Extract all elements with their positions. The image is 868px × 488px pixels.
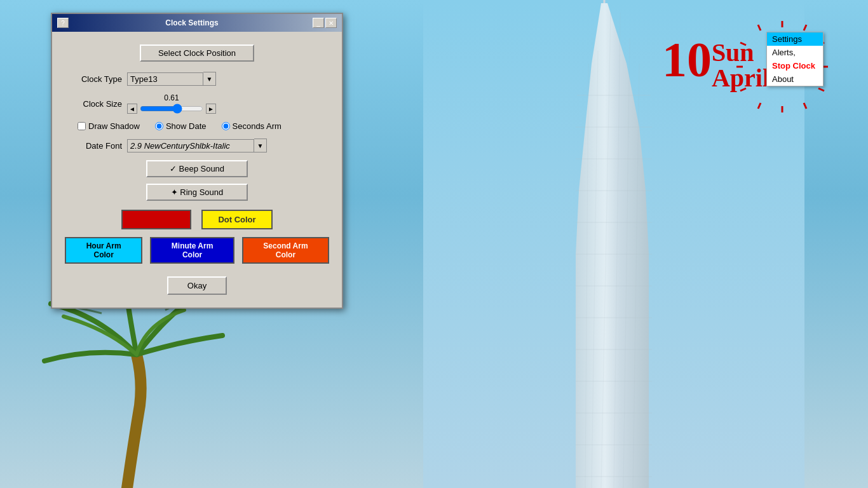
dialog-close-btn[interactable]: ✕ xyxy=(325,18,337,28)
minute-arm-color-button[interactable]: Minute Arm Color xyxy=(150,237,234,264)
dialog-titlebar-buttons: _ ✕ xyxy=(313,18,337,28)
clock-month-name: April xyxy=(712,65,770,91)
dialog-help-btn[interactable]: ? xyxy=(57,18,69,28)
clock-type-dropdown-arrow[interactable]: ▼ xyxy=(203,72,216,86)
seconds-arm-radio[interactable] xyxy=(222,122,230,130)
clock-type-select[interactable]: Type13 xyxy=(127,72,203,86)
dialog-titlebar: ? Clock Settings _ ✕ xyxy=(52,14,342,32)
date-font-row: Date Font 2.9 NewCenturyShlbk-Italic ▼ xyxy=(65,139,329,152)
svg-line-29 xyxy=(804,103,806,109)
menu-item-alerts[interactable]: Alerts, xyxy=(767,46,823,59)
clock-day-number: 10 xyxy=(662,35,712,85)
show-date-radio[interactable] xyxy=(155,122,163,130)
date-font-dropdown-container: 2.9 NewCenturyShlbk-Italic ▼ xyxy=(127,139,267,152)
clock-size-value: 0.61 xyxy=(164,93,179,102)
arm-color-buttons-row: Hour Arm Color Minute Arm Color Second A… xyxy=(65,237,329,264)
menu-item-about[interactable]: About xyxy=(767,72,823,86)
clock-size-row: Clock Size 0.61 ◄ ► xyxy=(65,93,329,114)
context-menu: Settings Alerts, Stop Clock About xyxy=(766,32,824,86)
dialog-body: Select Clock Position Clock Type Type13 … xyxy=(52,32,342,308)
clock-type-label: Clock Type xyxy=(65,74,122,84)
second-arm-color-button[interactable]: Second Arm Color xyxy=(242,237,329,264)
draw-shadow-label: Draw Shadow xyxy=(88,121,140,131)
seconds-arm-checkbox-item[interactable]: Seconds Arm xyxy=(222,121,281,131)
clock-settings-dialog: ? Clock Settings _ ✕ Select Clock Positi… xyxy=(51,13,343,309)
draw-shadow-checkbox[interactable] xyxy=(78,122,86,130)
seconds-arm-label: Seconds Arm xyxy=(233,121,281,131)
color-buttons-row: Dot Color xyxy=(65,210,329,229)
dot-color-button[interactable]: Dot Color xyxy=(201,210,272,229)
okay-button[interactable]: Okay xyxy=(167,276,227,295)
clock-day-name: Sun xyxy=(712,40,770,65)
beep-sound-button[interactable]: ✓ Beep Sound xyxy=(146,160,248,177)
select-clock-position-button[interactable]: Select Clock Position xyxy=(140,44,254,62)
date-font-dropdown-arrow[interactable]: ▼ xyxy=(254,139,267,152)
show-date-checkbox-item[interactable]: Show Date xyxy=(155,121,207,131)
clock-size-slider-container: 0.61 ◄ ► xyxy=(127,93,216,114)
draw-shadow-checkbox-item[interactable]: Draw Shadow xyxy=(78,121,140,131)
svg-line-33 xyxy=(758,25,761,30)
date-font-label: Date Font xyxy=(65,141,122,151)
clock-date-display: 10 Sun April xyxy=(662,35,770,91)
menu-item-settings[interactable]: Settings xyxy=(767,32,823,46)
hour-arm-color-button[interactable]: Hour Arm Color xyxy=(65,237,142,264)
clock-size-slider[interactable] xyxy=(140,104,203,114)
clock-type-dropdown-container: Type13 ▼ xyxy=(127,72,216,86)
svg-line-28 xyxy=(818,88,824,91)
clock-size-slider-row: ◄ ► xyxy=(127,104,216,114)
menu-item-stop-clock[interactable]: Stop Clock xyxy=(767,59,823,72)
dialog-minimize-btn[interactable]: _ xyxy=(313,18,324,28)
dialog-title: Clock Settings xyxy=(165,18,218,27)
ring-sound-button[interactable]: ✦ Ring Sound xyxy=(146,184,248,201)
svg-line-30 xyxy=(758,103,761,109)
color-button-red[interactable] xyxy=(121,210,191,229)
svg-line-26 xyxy=(804,25,806,30)
clock-type-row: Clock Type Type13 ▼ xyxy=(65,72,329,86)
slider-increase-btn[interactable]: ► xyxy=(206,104,216,114)
clock-size-label: Clock Size xyxy=(65,99,122,109)
date-font-select[interactable]: 2.9 NewCenturyShlbk-Italic xyxy=(127,139,254,152)
show-date-label: Show Date xyxy=(166,121,207,131)
slider-decrease-btn[interactable]: ◄ xyxy=(127,104,137,114)
checkbox-row: Draw Shadow Show Date Seconds Arm xyxy=(65,121,329,131)
